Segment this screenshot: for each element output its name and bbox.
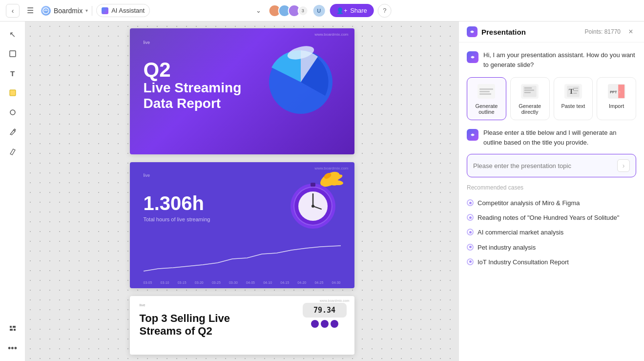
right-panel: Presentation Points: 81770 × Hi, I am yo…	[458, 21, 644, 361]
panel-logo	[467, 26, 478, 37]
rec-dot-inner-3	[469, 231, 472, 234]
brand-chevron-icon: ▾	[85, 8, 88, 13]
outline-line-2	[479, 91, 490, 92]
topic-input-area[interactable]: ›	[467, 154, 636, 177]
slide-card-1: live www.boardmix.com Q2 Live S	[130, 28, 354, 154]
recommended-item-4[interactable]: Pet industry analysis	[467, 240, 636, 255]
svg-text:T: T	[569, 87, 574, 95]
avatar-count: 3	[297, 5, 308, 16]
current-user-avatar: U	[312, 4, 326, 18]
svg-rect-6	[10, 329, 13, 331]
outline-line-1	[479, 88, 493, 90]
svg-rect-2	[10, 90, 16, 96]
sidebar-tool-shapes[interactable]	[4, 104, 21, 121]
svg-rect-25	[524, 90, 535, 91]
slide3-title-line1: Top 3 Selling Live	[140, 312, 230, 324]
chat-message-1: Hi, I am your presentation assistant. Ho…	[467, 50, 636, 69]
main-content: ↖ T ••• live www.boardmix.com	[0, 21, 644, 361]
rec-dot-1	[467, 199, 474, 206]
ai-assistant-button[interactable]: AI Assistant	[96, 4, 150, 17]
chat-bubble-1: Hi, I am your presentation assistant. Ho…	[483, 50, 636, 69]
slide2-chart	[144, 244, 341, 274]
collapse-button[interactable]: ⌄	[252, 5, 264, 17]
svg-rect-22	[311, 183, 315, 187]
sidebar-tool-text[interactable]: T	[4, 64, 21, 82]
panel-close-button[interactable]: ×	[625, 26, 636, 37]
panel-header: Presentation Points: 81770 ×	[459, 21, 644, 42]
svg-rect-26	[524, 92, 531, 93]
rec-dot-5	[467, 258, 474, 265]
slide3-dot-1	[311, 320, 319, 328]
toolbar: ‹ ☰ Boardmix ▾ AI Assistant ⌄ 3 U 👤+ Sha…	[0, 0, 644, 21]
slide3-title-line2: Streams of Q2	[140, 325, 212, 337]
left-sidebar: ↖ T •••	[0, 21, 25, 361]
outline-line-3	[479, 93, 491, 95]
panel-header-right: Points: 81770 ×	[585, 26, 636, 37]
slide3-dots	[303, 320, 347, 328]
svg-text:PPT: PPT	[610, 90, 617, 94]
canvas-area[interactable]: live www.boardmix.com Q2 Live S	[25, 21, 458, 361]
recommended-label: Recommended cases	[467, 184, 636, 191]
import-icon: PPT ↑	[608, 83, 625, 100]
generate-directly-icon	[521, 83, 539, 100]
menu-button[interactable]: ☰	[23, 4, 37, 18]
brand: Boardmix ▾	[41, 6, 88, 16]
slide3-device: 79.34	[303, 303, 347, 328]
slide2-x-labels: 03-05 03-10 03-15 03-20 03-25 03-30 04-0…	[144, 281, 341, 284]
ai-avatar-2	[467, 129, 478, 141]
sidebar-tool-more[interactable]: •••	[4, 340, 21, 357]
sidebar-tool-frame[interactable]	[4, 45, 21, 63]
svg-rect-7	[14, 329, 16, 331]
recommended-text-4: Pet industry analysis	[478, 243, 536, 252]
help-button[interactable]: ?	[378, 4, 392, 18]
sidebar-tool-template[interactable]	[4, 320, 21, 338]
sidebar-tool-eraser[interactable]	[4, 143, 21, 160]
rec-dot-inner-1	[469, 202, 472, 204]
action-card-label-4: Import	[609, 103, 624, 109]
recommended-text-5: IoT Industry Consultation Report	[478, 258, 569, 267]
svg-rect-5	[13, 326, 16, 328]
panel-points: Points: 81770	[585, 28, 621, 35]
chat-bubble-2: Please enter a title below and I will ge…	[483, 128, 636, 147]
avatar-group: 3	[268, 4, 308, 17]
action-card-label-2: Generate directly	[515, 103, 545, 115]
recommended-item-5[interactable]: IoT Industry Consultation Report	[467, 255, 636, 270]
svg-rect-24	[524, 87, 532, 88]
slide3-display-number: 79.34	[303, 303, 347, 318]
recommended-text-3: AI commercial market analysis	[478, 228, 563, 237]
svg-rect-1	[10, 51, 16, 57]
paste-text-icon: T	[564, 83, 582, 100]
slide3-dot-3	[331, 320, 338, 328]
rec-dot-2	[467, 214, 474, 221]
slide-card-3: live www.boardmix.com Top 3 Selling Live…	[130, 296, 354, 355]
share-label: Share	[350, 7, 367, 14]
share-icon: 👤+	[336, 7, 347, 14]
slide3-url: www.boardmix.com	[320, 299, 350, 302]
svg-point-21	[312, 205, 314, 208]
recommended-item-2[interactable]: Reading notes of "One Hundred Years of S…	[467, 211, 636, 225]
recommended-item-3[interactable]: AI commercial market analysis	[467, 225, 636, 240]
panel-title: Presentation	[481, 28, 526, 36]
back-button[interactable]: ‹	[6, 4, 20, 18]
topic-input-field[interactable]	[473, 162, 613, 170]
action-card-import[interactable]: PPT ↑ Import	[597, 77, 636, 120]
sidebar-tool-pen[interactable]	[4, 123, 21, 141]
svg-point-3	[10, 110, 15, 115]
recommended-item-1[interactable]: Competitor analysis of Miro & Figma	[467, 196, 636, 211]
rec-dot-4	[467, 244, 474, 251]
slide1-pie-chart	[262, 38, 340, 116]
action-card-label-3: Paste text	[561, 103, 585, 109]
slide-card-2: live www.boardmix.com	[130, 162, 354, 288]
action-card-label-1: Generate outline	[471, 103, 502, 115]
sidebar-tool-sticky[interactable]	[4, 84, 21, 102]
action-card-generate-directly[interactable]: Generate directly	[510, 77, 550, 120]
recommended-text-1: Competitor analysis of Miro & Figma	[478, 199, 580, 208]
send-button[interactable]: ›	[617, 159, 630, 172]
action-cards: Generate outline	[467, 77, 636, 120]
toolbar-divider	[92, 6, 92, 16]
action-card-paste-text[interactable]: T Paste text	[554, 77, 593, 120]
share-button[interactable]: 👤+ Share	[330, 4, 374, 17]
sidebar-tool-pointer[interactable]: ↖	[4, 25, 21, 43]
recommended-text-2: Reading notes of "One Hundred Years of S…	[478, 213, 619, 222]
action-card-generate-outline[interactable]: Generate outline	[467, 77, 506, 120]
